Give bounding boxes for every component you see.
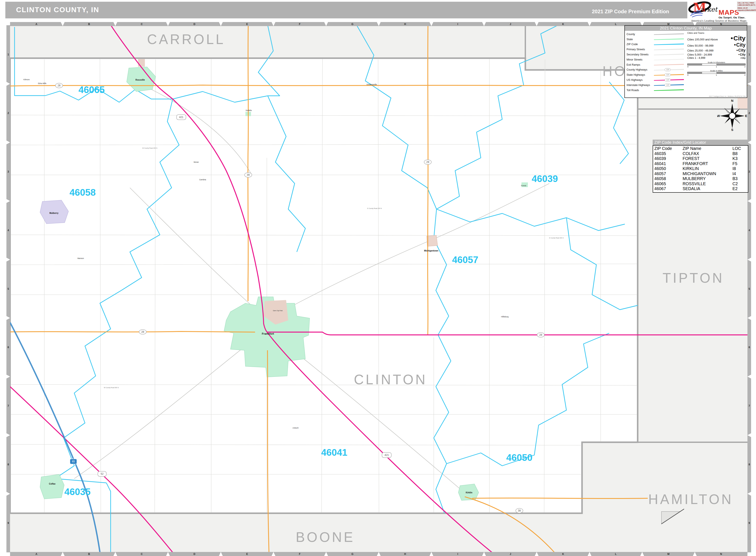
logo-tagline: On Target. On Time. <box>719 16 745 19</box>
grid-letter: M <box>642 552 695 556</box>
rossville-pink-area <box>138 59 145 67</box>
city-sample: City <box>738 53 746 56</box>
logo-subtitle: America's Leading Source of Business Map… <box>691 19 746 22</box>
legend-city-items: Cities 100,000 and Above City Cities 50,… <box>687 35 746 60</box>
grid-letter: E <box>221 22 273 26</box>
grid-number: 1 <box>748 25 751 84</box>
zip-index-row: 46065 ROSSVILLE C2 <box>654 181 748 186</box>
svg-text:38: 38 <box>518 509 521 512</box>
colfax-area <box>40 474 64 499</box>
city-sample: City <box>741 57 746 59</box>
place-label-hillisburg: Hillisburg <box>501 316 508 318</box>
legend-row: ZIP Code <box>627 42 684 47</box>
legend-line-sample: 123 <box>654 79 684 81</box>
zip-index-row: 46067 SEDALIA E2 <box>654 186 748 192</box>
shield-us421-north: 421 <box>176 115 186 120</box>
shield-26: 26 <box>56 83 63 88</box>
compass-n: N <box>731 99 733 102</box>
left-margin <box>0 19 6 556</box>
grid-number: 5 <box>6 259 10 318</box>
county-label-tipton: TIPTON <box>662 270 724 286</box>
shield-us52: 52 <box>98 471 106 477</box>
grid-number: 9 <box>748 494 751 552</box>
svg-text:26: 26 <box>58 84 61 87</box>
legend-line-sample: 123 <box>654 74 684 76</box>
place-label-geetingsville: Geetingsville <box>367 83 377 85</box>
compass-s: S <box>731 128 733 131</box>
legend-row: US Highways 123 <box>627 77 684 82</box>
grid-letter: D <box>168 552 221 556</box>
zip-label-46039: 46039 <box>532 173 558 184</box>
svg-text:29: 29 <box>426 161 429 164</box>
grid-letter: G <box>326 22 379 26</box>
grid-letter: E <box>221 552 273 556</box>
contact-email: mapsales@MarketMAPS.com <box>737 9 756 11</box>
legend-line-sample <box>654 48 684 51</box>
grid-letter: G <box>326 552 379 556</box>
legend-city-row: Cities 1 - 4,999 City <box>687 57 746 60</box>
legend-line-sample: 123 <box>654 84 684 86</box>
city-sample: City <box>734 42 746 48</box>
logo-maps-text: MAPS <box>719 8 739 16</box>
place-label-forest: Forest <box>521 184 526 187</box>
grid-letter: J <box>484 552 537 556</box>
town-label-rossville: Rossville <box>135 79 145 81</box>
grid-number: 5 <box>748 259 751 318</box>
zip-index-row: 46050 KIRKLIN I8 <box>654 166 748 171</box>
zip-index-row: 46041 FRANKFORT F5 <box>654 161 748 166</box>
zip-index-box: ZIP Code Index/Grid Locator ZIP Code ZIP… <box>653 140 748 193</box>
zip-index-title: ZIP Code Index/Grid Locator <box>653 140 748 145</box>
shield-29: 29 <box>424 160 431 165</box>
zip-index-row: 46039 FOREST K3 <box>654 156 748 161</box>
zip-label-46058: 46058 <box>70 187 96 198</box>
grid-number: 4 <box>748 201 751 259</box>
legend-row: Secondary Streets <box>627 52 684 57</box>
compass-star <box>720 104 745 128</box>
legend-box: 2021 Clinton County, IN Map County State <box>624 25 747 98</box>
grid-letter: B <box>63 22 116 26</box>
zip-label-46041: 46041 <box>321 447 347 458</box>
legend-line-sample <box>654 64 684 66</box>
grid-letter: A <box>10 552 63 556</box>
cities-and-towns-title: Cities and Towns <box>687 32 746 34</box>
zip-index-header: ZIP Code ZIP Name LOC <box>654 146 748 151</box>
county-label-carroll: CARROLL <box>147 31 225 47</box>
road-label: E County Road 200 N <box>367 208 382 209</box>
compass-rose: N E S W <box>717 99 747 131</box>
legend-city-row: Cities 100,000 and Above City <box>687 35 746 42</box>
right-margin <box>751 21 756 556</box>
legend-line-sample <box>654 33 684 35</box>
legend-line-items: County State ZIP Code <box>627 32 684 93</box>
grid-letter: L <box>590 552 642 556</box>
grid-letter: I <box>431 552 484 556</box>
zip-label-46050: 46050 <box>506 452 532 463</box>
zip-index-row: 46057 MICHIGANTOWN I4 <box>654 171 748 176</box>
svg-text:421: 421 <box>385 454 389 457</box>
zip-label-46035: 46035 <box>64 487 91 497</box>
svg-text:28: 28 <box>141 331 144 334</box>
grid-number: 9 <box>6 494 10 552</box>
grid-number: 3 <box>6 142 10 201</box>
compass-e: E <box>745 114 747 117</box>
town-label-frankfort: Frankfort <box>262 332 274 335</box>
legend-row: County Highways 123 <box>627 67 684 72</box>
legend-row: Exit Ramps <box>627 62 684 67</box>
place-label-moran: Moran <box>194 161 199 163</box>
grid-letter: K <box>537 22 589 26</box>
shield-38: 38 <box>516 508 523 513</box>
edition-label: 2021 ZIP Code Premium Edition <box>592 8 669 14</box>
town-label-michigantown: Michigantown <box>424 249 438 252</box>
logo-market-text: arket <box>700 6 717 13</box>
legend-city-row: Cities 5,000 - 24,999 City <box>687 53 746 56</box>
zip-label-46065: 46065 <box>78 84 105 95</box>
place-label-sedalia: Sedalia <box>245 109 252 111</box>
grid-number: 1 <box>6 25 10 84</box>
logo-contact-box: CALL US TOLL FREE! 1-888-434-MAPS (6277)… <box>737 1 756 12</box>
legend-row: Primary Streets <box>627 47 684 52</box>
county-label-clinton: CLINTON <box>354 372 427 387</box>
road-label: W County Road 400 N <box>142 147 157 149</box>
grid-letter: C <box>116 552 168 556</box>
grid-band-bottom: ABCDEFGHIJKLMN <box>10 552 748 556</box>
grid-letter: B <box>63 552 116 556</box>
legend-row: Toll Roads <box>627 88 684 93</box>
